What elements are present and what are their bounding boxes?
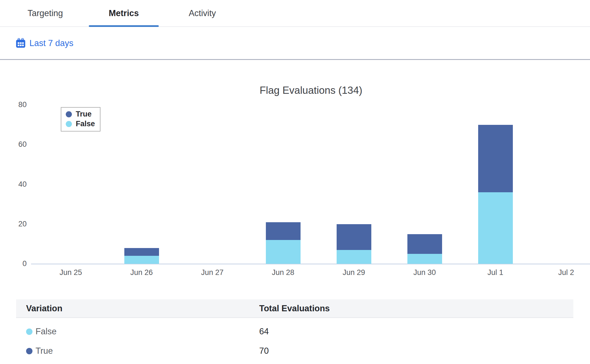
table-header-row: Variation Total Evaluations [16, 299, 573, 318]
variations-table: Variation Total Evaluations False64True7… [16, 299, 573, 361]
column-header-total-evaluations: Total Evaluations [259, 304, 573, 314]
x-axis-label-jun-26: Jun 26 [117, 268, 167, 277]
x-axis-label-jun-30: Jun 30 [400, 268, 450, 277]
bar-segment-false-jun-28[interactable] [266, 240, 301, 264]
x-axis-label-jun-28: Jun 28 [258, 268, 308, 277]
chart-title: Flag Evaluations (134) [32, 85, 590, 96]
x-axis-label-jun-25: Jun 25 [46, 268, 96, 277]
y-axis-tick-80: 80 [10, 100, 27, 109]
y-axis-tick-60: 60 [10, 140, 27, 148]
y-axis-tick-40: 40 [10, 180, 27, 188]
y-axis-tick-20: 20 [10, 220, 27, 228]
tab-targeting[interactable]: Targeting [10, 0, 80, 26]
total-evaluations-value: 64 [259, 327, 573, 337]
calendar-icon [16, 38, 26, 48]
bar-jul-1[interactable] [478, 125, 513, 264]
column-header-variation: Variation [16, 304, 259, 314]
total-evaluations-value: 70 [259, 346, 573, 356]
bar-segment-false-jun-29[interactable] [337, 250, 371, 264]
variation-label: True [36, 346, 53, 356]
bar-segment-true-jun-26[interactable] [124, 248, 159, 256]
bar-jun-26[interactable] [124, 248, 159, 264]
legend-dot-false [66, 121, 72, 127]
variation-cell: True [16, 346, 259, 356]
x-axis-label-jul-2: Jul 2 [541, 268, 590, 277]
bar-segment-true-jul-1[interactable] [478, 125, 513, 193]
legend-label: False [76, 120, 95, 128]
bar-segment-false-jul-1[interactable] [478, 192, 513, 264]
bar-segment-true-jun-28[interactable] [266, 222, 301, 240]
table-row-false: False64 [16, 322, 573, 341]
chart-legend: TrueFalse [61, 107, 100, 132]
date-range-label: Last 7 days [29, 38, 74, 48]
filter-row: Last 7 days [0, 27, 590, 60]
legend-entry-false: False [66, 120, 95, 128]
bar-jun-28[interactable] [266, 222, 301, 264]
bar-segment-true-jun-30[interactable] [407, 234, 442, 254]
bar-segment-false-jun-26[interactable] [124, 256, 159, 264]
legend-label: True [76, 110, 92, 118]
tab-bar: TargetingMetricsActivity [0, 0, 590, 27]
x-axis-label-jun-29: Jun 29 [329, 268, 379, 277]
table-row-true: True70 [16, 341, 573, 361]
variation-label: False [36, 327, 57, 337]
x-axis-label-jun-27: Jun 27 [187, 268, 237, 277]
variation-dot-true [26, 348, 32, 354]
flag-evaluations-chart: Flag Evaluations (134) TrueFalse 0204060… [0, 61, 590, 300]
variation-dot-false [26, 328, 32, 335]
active-tab-underline [89, 25, 159, 27]
tab-activity[interactable]: Activity [167, 0, 237, 26]
legend-dot-true [66, 111, 72, 117]
tab-metrics[interactable]: Metrics [89, 0, 159, 26]
date-range-button[interactable]: Last 7 days [16, 38, 74, 48]
variation-cell: False [16, 327, 259, 337]
bar-segment-true-jun-29[interactable] [337, 224, 371, 250]
bar-jun-29[interactable] [337, 224, 371, 264]
bar-segment-false-jun-30[interactable] [407, 254, 442, 264]
legend-entry-true: True [66, 110, 95, 118]
x-axis-label-jul-1: Jul 1 [470, 268, 520, 277]
bar-jun-30[interactable] [407, 234, 442, 264]
y-axis-tick-0: 0 [10, 259, 27, 268]
